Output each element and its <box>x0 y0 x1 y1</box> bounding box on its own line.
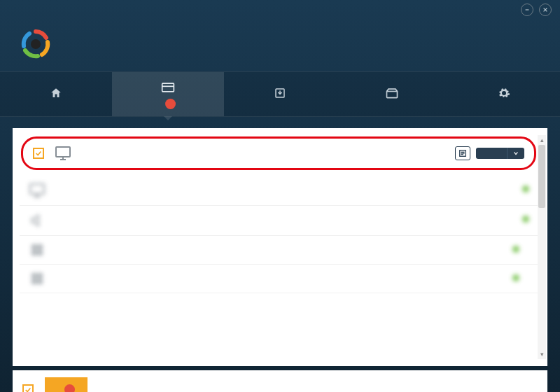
status-dot-icon <box>522 186 529 192</box>
minimize-button[interactable] <box>521 4 533 16</box>
driver-row[interactable] <box>20 236 538 265</box>
svg-rect-19 <box>38 245 43 250</box>
backup-icon <box>274 86 286 100</box>
gear-icon <box>498 86 510 100</box>
status-dot-icon <box>512 246 519 253</box>
windows-icon <box>28 272 46 286</box>
nav-home[interactable] <box>0 72 112 116</box>
update-split-button <box>476 148 524 159</box>
driver-row-highlighted[interactable] <box>21 136 536 170</box>
driver-list-panel: ▴ ▾ <box>13 128 547 366</box>
svg-point-3 <box>31 39 41 49</box>
svg-rect-15 <box>30 184 44 194</box>
scroll-up-button[interactable]: ▴ <box>538 135 546 145</box>
driver-row[interactable] <box>20 206 538 236</box>
svg-rect-23 <box>38 274 43 279</box>
restore-icon <box>385 86 399 100</box>
nav-restore[interactable] <box>336 72 448 116</box>
driver-row[interactable] <box>20 265 538 293</box>
nav-settings[interactable] <box>448 72 560 116</box>
driver-checkbox[interactable] <box>33 148 44 159</box>
driver-row[interactable] <box>20 176 538 206</box>
brand-header <box>0 20 560 66</box>
footer-action-bar <box>13 370 547 392</box>
monitor-icon <box>54 146 72 161</box>
titlebar <box>0 0 560 20</box>
status-dot-icon <box>522 216 529 223</box>
windows-icon <box>28 243 46 257</box>
nav-backup[interactable] <box>224 72 336 116</box>
updates-count-badge <box>165 99 176 109</box>
close-button[interactable] <box>539 4 552 16</box>
svg-rect-20 <box>32 251 37 255</box>
download-install-button[interactable] <box>45 377 88 392</box>
scroll-down-button[interactable]: ▾ <box>538 349 546 359</box>
status-dot-icon <box>512 274 519 281</box>
svg-rect-22 <box>32 274 37 279</box>
driver-details-button[interactable] <box>455 146 470 160</box>
svg-rect-24 <box>32 279 37 284</box>
download-count-badge <box>64 384 75 392</box>
scroll-thumb[interactable] <box>538 145 545 208</box>
app-logo-icon <box>21 29 50 59</box>
update-dropdown-button[interactable] <box>507 148 524 159</box>
svg-rect-25 <box>38 279 43 284</box>
home-icon <box>50 86 62 100</box>
nav-driver-updates[interactable] <box>112 72 224 116</box>
monitor-icon <box>28 183 46 198</box>
main-nav <box>0 71 560 117</box>
svg-rect-4 <box>162 83 174 92</box>
select-all-checkbox[interactable] <box>22 384 34 393</box>
svg-rect-8 <box>56 147 70 157</box>
update-button[interactable] <box>476 148 507 159</box>
scrollbar[interactable]: ▴ ▾ <box>538 135 546 359</box>
speaker-icon <box>28 213 46 228</box>
svg-rect-18 <box>32 245 37 250</box>
updates-icon <box>161 80 175 94</box>
svg-rect-21 <box>38 251 43 255</box>
